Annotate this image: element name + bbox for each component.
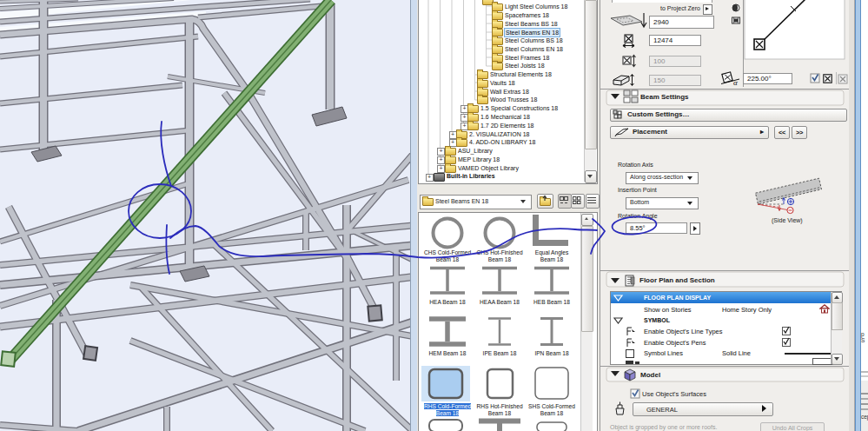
svg-text:α: α — [733, 78, 738, 87]
